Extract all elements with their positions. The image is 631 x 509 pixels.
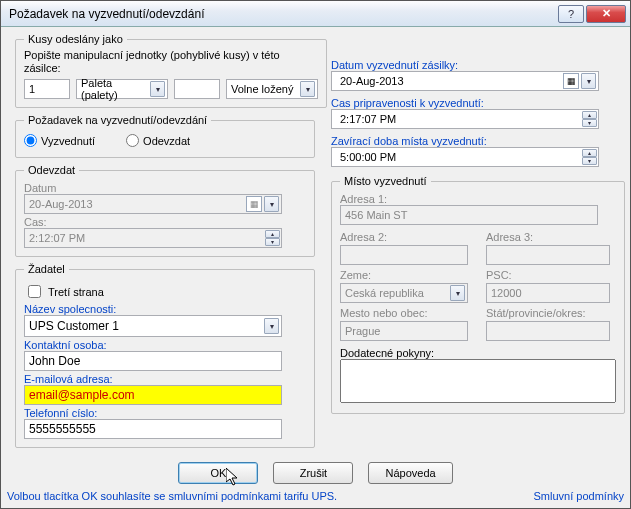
spin-down-icon: ▾ xyxy=(582,119,597,127)
pieces-qty-input[interactable] xyxy=(24,79,70,99)
spin-down-icon: ▾ xyxy=(582,157,597,165)
pieces-desc: Popište manipulacní jednotky (pohyblivé … xyxy=(24,49,318,75)
window-title: Požadavek na vyzvednutí/odevzdání xyxy=(9,7,556,21)
chevron-down-icon: ▾ xyxy=(150,81,165,97)
calendar-icon: ▦ xyxy=(563,73,579,89)
close-time-spin[interactable]: 5:00:00 PM ▴▾ xyxy=(331,147,599,167)
pieces-pack-value: Volne ložený xyxy=(231,83,293,95)
spin-up-icon: ▴ xyxy=(582,111,597,119)
request-legend: Požadavek na vyzvednutí/odevzdání xyxy=(24,114,211,126)
pieces-type-combo[interactable]: Paleta (palety) ▾ xyxy=(76,79,168,99)
dropoff-radio[interactable]: Odevzdat xyxy=(126,134,190,147)
terms-notice-link[interactable]: Volbou tlacítka OK souhlasíte se smluvní… xyxy=(7,490,337,502)
pieces-blank-input[interactable] xyxy=(174,79,220,99)
dropoff-radio-input[interactable] xyxy=(126,134,139,147)
dropoff-time-spin: 2:12:07 PM ▴▾ xyxy=(24,228,282,248)
dialog-window: Požadavek na vyzvednutí/odevzdání ? ✕ Ku… xyxy=(0,0,631,509)
addr3-label: Adresa 3: xyxy=(486,231,616,243)
dropoff-time-value: 2:12:07 PM xyxy=(29,232,85,244)
pickup-date-value: 20-Aug-2013 xyxy=(336,75,404,87)
spin-up-icon: ▴ xyxy=(582,149,597,157)
pieces-legend: Kusy odeslány jako xyxy=(24,33,127,45)
request-group: Požadavek na vyzvednutí/odevzdání Vyzved… xyxy=(15,114,315,158)
addr2-label: Adresa 2: xyxy=(340,231,480,243)
company-value: UPS Customer 1 xyxy=(29,319,119,333)
pickup-radio-input[interactable] xyxy=(24,134,37,147)
pickup-location-legend: Místo vyzvednutí xyxy=(340,175,431,187)
addr1-label: Adresa 1: xyxy=(340,193,616,205)
requester-legend: Žadatel xyxy=(24,263,69,275)
pickup-radio[interactable]: Vyzvednutí xyxy=(24,134,95,147)
client-area: Kusy odeslány jako Popište manipulacní j… xyxy=(1,27,630,508)
third-party-check[interactable]: Tretí strana xyxy=(24,282,104,301)
left-column: Kusy odeslány jako Popište manipulacní j… xyxy=(15,29,315,454)
city-label: Mesto nebo obec: xyxy=(340,307,480,319)
city-input xyxy=(340,321,468,341)
email-label: E-mailová adresa: xyxy=(24,373,306,385)
dropoff-legend: Odevzdat xyxy=(24,164,79,176)
pickup-date-label: Datum vyzvednutí zásilky: xyxy=(331,59,615,71)
requester-group: Žadatel Tretí strana Název spolecnosti: … xyxy=(15,263,315,448)
pickup-radio-label: Vyzvednutí xyxy=(41,135,95,147)
phone-label: Telefonní císlo: xyxy=(24,407,306,419)
dropoff-date-label: Datum xyxy=(24,182,306,194)
help-button[interactable]: Nápoveda xyxy=(368,462,452,484)
addr1-input xyxy=(340,205,598,225)
state-label: Stát/provincie/okres: xyxy=(486,307,616,319)
spin-up-icon: ▴ xyxy=(265,230,280,238)
dropoff-group: Odevzdat Datum 20-Aug-2013 ▦▾ Cas: 2:12:… xyxy=(15,164,315,257)
addr2-input xyxy=(340,245,468,265)
country-label: Zeme: xyxy=(340,269,480,281)
close-time-label: Zavírací doba místa vyzvednutí: xyxy=(331,135,615,147)
pieces-pack-combo[interactable]: Volne ložený ▾ xyxy=(226,79,318,99)
pickup-location-group: Místo vyzvednutí Adresa 1: Adresa 2: Adr… xyxy=(331,175,625,414)
third-party-check-input[interactable] xyxy=(28,285,41,298)
chevron-down-icon: ▾ xyxy=(450,285,465,301)
ready-time-value: 2:17:07 PM xyxy=(336,113,396,125)
chevron-down-icon: ▾ xyxy=(264,318,279,334)
chevron-down-icon: ▾ xyxy=(581,73,596,89)
third-party-check-label: Tretí strana xyxy=(48,286,104,298)
company-label: Název spolecnosti: xyxy=(24,303,306,315)
email-input[interactable] xyxy=(24,385,282,405)
button-bar: OK Zrušit Nápoveda Volbou tlacítka OK so… xyxy=(1,462,630,502)
country-combo: Ceská republika ▾ xyxy=(340,283,468,303)
postal-label: PSC: xyxy=(486,269,616,281)
dropoff-time-label: Cas: xyxy=(24,216,306,228)
dropoff-date-value: 20-Aug-2013 xyxy=(29,198,93,210)
titlebar: Požadavek na vyzvednutí/odevzdání ? ✕ xyxy=(1,1,630,27)
help-titlebar-button[interactable]: ? xyxy=(558,5,584,23)
cancel-button[interactable]: Zrušit xyxy=(273,462,353,484)
country-value: Ceská republika xyxy=(345,287,424,299)
calendar-icon: ▦ xyxy=(246,196,262,212)
pieces-group: Kusy odeslány jako Popište manipulacní j… xyxy=(15,33,327,108)
dropoff-radio-label: Odevzdat xyxy=(143,135,190,147)
pickup-date-combo[interactable]: 20-Aug-2013 ▦▾ xyxy=(331,71,599,91)
right-column: Datum vyzvednutí zásilky: 20-Aug-2013 ▦▾… xyxy=(331,57,615,420)
instructions-textarea[interactable] xyxy=(340,359,616,403)
addr3-input xyxy=(486,245,610,265)
dropoff-date-combo: 20-Aug-2013 ▦▾ xyxy=(24,194,282,214)
ok-button[interactable]: OK xyxy=(178,462,258,484)
ready-time-spin[interactable]: 2:17:07 PM ▴▾ xyxy=(331,109,599,129)
state-input xyxy=(486,321,610,341)
company-combo[interactable]: UPS Customer 1 ▾ xyxy=(24,315,282,337)
phone-input[interactable] xyxy=(24,419,282,439)
contact-input[interactable] xyxy=(24,351,282,371)
instructions-label: Dodatecné pokyny: xyxy=(340,347,616,359)
contact-label: Kontaktní osoba: xyxy=(24,339,306,351)
terms-link[interactable]: Smluvní podmínky xyxy=(534,490,624,502)
ready-time-label: Cas pripravenosti k vyzvednutí: xyxy=(331,97,615,109)
chevron-down-icon: ▾ xyxy=(300,81,315,97)
close-titlebar-button[interactable]: ✕ xyxy=(586,5,626,23)
chevron-down-icon: ▾ xyxy=(264,196,279,212)
postal-input xyxy=(486,283,610,303)
spin-down-icon: ▾ xyxy=(265,238,280,246)
pieces-type-value: Paleta (palety) xyxy=(81,77,150,101)
close-time-value: 5:00:00 PM xyxy=(336,151,396,163)
